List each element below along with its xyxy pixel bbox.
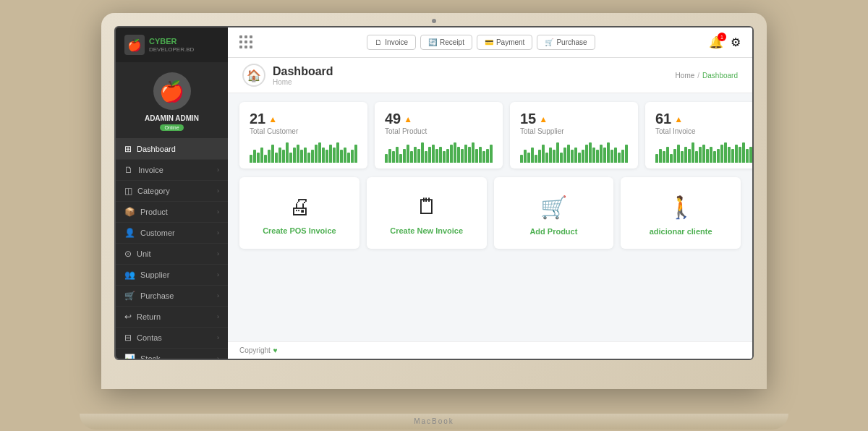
unit-icon: ⊙	[124, 249, 132, 259]
bar	[571, 150, 574, 163]
bar	[585, 145, 588, 163]
bar	[457, 147, 460, 163]
bar	[278, 148, 281, 163]
bar	[567, 145, 570, 163]
action-card-0[interactable]: 🖨 Create POS Invoice	[239, 177, 359, 249]
bar	[695, 151, 698, 163]
sidebar-item-customer[interactable]: 👤 Customer ›	[116, 223, 228, 244]
chevron-right-icon: ›	[217, 229, 219, 236]
purchase-button[interactable]: 🛒 Purchase	[537, 35, 595, 50]
logo-icon: 🍎	[124, 35, 145, 55]
purchase-icon: 🛒	[124, 291, 135, 301]
bar	[681, 151, 684, 163]
chevron-right-icon: ›	[217, 187, 219, 195]
action-icon: 🗒	[416, 195, 438, 219]
bar	[315, 145, 318, 163]
bar	[735, 145, 738, 163]
breadcrumb: Home / Dashboard	[676, 72, 738, 80]
invoice-button[interactable]: 🗋 Invoice	[367, 35, 416, 50]
settings-icon[interactable]: ⚙	[731, 35, 741, 49]
action-card-1[interactable]: 🗒 Create New Invoice	[367, 177, 487, 249]
stat-label: Total Invoice	[655, 127, 752, 135]
bar	[713, 151, 716, 163]
sidebar-item-purchase[interactable]: 🛒 Purchase ›	[116, 286, 228, 307]
bar	[720, 145, 723, 163]
hamburger-icon[interactable]	[239, 35, 253, 49]
bar	[271, 145, 274, 163]
logo-sub: DEVELOPER.BD	[149, 46, 194, 53]
sidebar-item-dashboard[interactable]: ⊞ Dashboard	[116, 139, 228, 160]
bar	[749, 147, 752, 163]
action-card-3[interactable]: 🚶 adicionar cliente	[621, 177, 741, 249]
bar	[268, 150, 271, 163]
top-buttons: 🗋 Invoice 🔄 Receipt 💳 Payment 🛒	[367, 35, 595, 50]
payment-btn-label: Payment	[496, 38, 524, 46]
bar	[531, 148, 534, 163]
sidebar-logo: 🍎 CYBER DEVELOPER.BD	[116, 27, 228, 62]
bar	[435, 149, 438, 163]
bar	[724, 142, 727, 163]
profile-name: ADAMIN ADMIN	[145, 114, 199, 122]
bar	[475, 149, 478, 163]
main-content: 🗋 Invoice 🔄 Receipt 💳 Payment 🛒	[228, 27, 752, 359]
heart-icon: ♥	[273, 346, 278, 354]
bar	[482, 151, 485, 163]
payment-btn-icon: 💳	[485, 38, 493, 46]
bar	[425, 151, 427, 163]
chevron-right-icon: ›	[217, 334, 219, 341]
sidebar-item-supplier[interactable]: 👥 Supplier ›	[116, 265, 228, 286]
sidebar-item-product[interactable]: 📦 Product ›	[116, 202, 228, 223]
stats-row: 21▲ Total Customer 49▲ Total Product 15▲…	[239, 102, 741, 168]
action-card-2[interactable]: 🛒 Add Product	[494, 177, 614, 249]
bar	[297, 145, 299, 163]
action-label: Add Product	[529, 227, 577, 236]
bar	[318, 142, 321, 163]
bar	[699, 147, 702, 163]
page-icon: 🏠	[242, 64, 265, 87]
breadcrumb-home[interactable]: Home	[676, 72, 695, 80]
bar	[666, 147, 669, 163]
bar	[538, 150, 541, 163]
sidebar-item-return[interactable]: ↩ Return ›	[116, 307, 228, 328]
stat-value: 61▲	[655, 111, 752, 127]
nav-label-purchase: Purchase	[140, 291, 174, 300]
sidebar-item-invoice[interactable]: 🗋 Invoice ›	[116, 160, 228, 181]
sidebar-item-stock[interactable]: 📊 Stock ›	[116, 349, 228, 359]
sidebar-item-unit[interactable]: ⊙ Unit ›	[116, 244, 228, 265]
stat-value: 21▲	[250, 111, 357, 127]
bar	[684, 147, 687, 163]
bar	[578, 153, 581, 163]
bar	[535, 155, 537, 163]
bar	[454, 142, 456, 163]
sidebar-item-category[interactable]: ◫ Category ›	[116, 181, 228, 202]
stat-chart	[520, 141, 628, 163]
bar	[417, 149, 420, 163]
trend-icon: ▲	[674, 114, 683, 124]
menu-dot	[244, 40, 247, 43]
notification-wrapper[interactable]: 🔔 1	[709, 35, 723, 49]
page-header: 🏠 Dashboard Home Home / Dashboard	[228, 58, 752, 93]
camera-dot	[432, 19, 436, 23]
bar	[264, 155, 267, 163]
stat-card-0: 21▲ Total Customer	[239, 102, 367, 168]
stat-card-3: 61▲ Total Invoice	[645, 102, 752, 168]
bar	[300, 150, 303, 163]
bar	[311, 150, 314, 163]
receipt-button[interactable]: 🔄 Receipt	[420, 35, 472, 50]
action-label: Create POS Invoice	[263, 226, 336, 235]
bar	[468, 147, 471, 163]
bar	[614, 148, 617, 163]
bar	[275, 153, 278, 163]
chevron-right-icon: ›	[217, 166, 219, 174]
stat-chart	[250, 141, 357, 163]
bar	[257, 153, 260, 163]
bar	[710, 147, 712, 163]
trend-icon: ▲	[268, 114, 277, 124]
bar	[549, 148, 552, 163]
return-icon: ↩	[124, 312, 132, 322]
bar	[563, 148, 566, 163]
payment-button[interactable]: 💳 Payment	[477, 35, 532, 50]
menu-dot	[244, 35, 247, 38]
sidebar-item-contas[interactable]: ⊟ Contas ›	[116, 328, 228, 349]
bar	[560, 153, 563, 163]
